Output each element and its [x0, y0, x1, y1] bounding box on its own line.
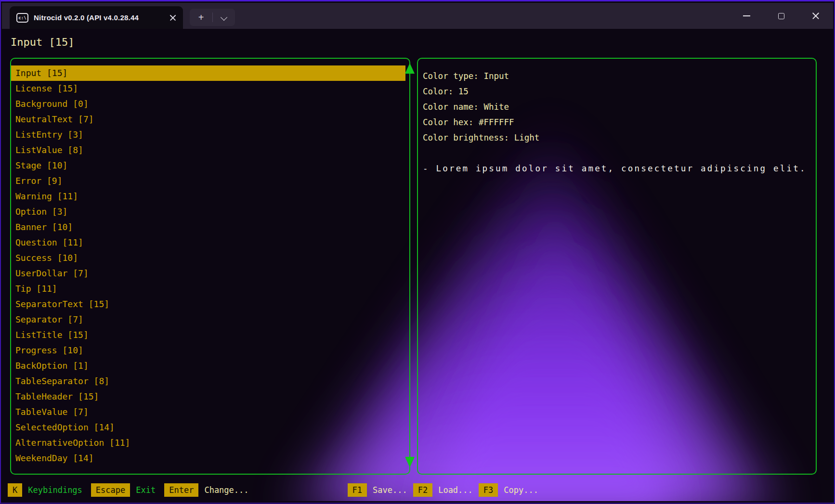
list-item[interactable]: SelectedOption [14] [11, 420, 404, 435]
scroll-up-icon[interactable] [405, 63, 415, 74]
detail-line: Color hex: #FFFFFF [423, 115, 816, 130]
list-item[interactable]: Tip [11] [11, 281, 404, 297]
status-key-badge[interactable]: K [8, 483, 22, 497]
list-item[interactable]: ListEntry [3] [11, 127, 404, 142]
list-item[interactable]: ListValue [8] [11, 142, 404, 158]
status-label: Change... [204, 485, 248, 495]
list-item[interactable]: License [15] [11, 81, 404, 96]
status-key-badge[interactable]: Escape [91, 483, 130, 497]
list-item[interactable]: Banner [10] [11, 220, 404, 235]
status-item: F3Copy... [479, 483, 538, 497]
list-item[interactable]: UserDollar [7] [11, 266, 404, 281]
close-button[interactable] [798, 3, 833, 29]
status-item: KKeybindings [8, 483, 82, 497]
detail-line: Color type: Input [423, 68, 816, 84]
scroll-down-icon[interactable] [405, 457, 415, 467]
terminal-tab[interactable]: c:\ Nitrocid v0.2.0 (API v4.0.28.44 [10, 6, 183, 29]
terminal-content: Input [15] Input [15]License [15]Backgro… [2, 29, 833, 501]
settings-list-panel: Input [15]License [15]Background [0]Neut… [10, 58, 410, 475]
list-item[interactable]: Success [10] [11, 250, 404, 266]
status-bar: KKeybindingsEscapeExitEnterChange...F1Sa… [2, 481, 833, 499]
status-label: Copy... [504, 485, 538, 495]
list-item[interactable]: WeekendDay [14] [11, 451, 404, 466]
status-key-badge[interactable]: F2 [413, 483, 432, 497]
status-label: Save... [373, 485, 407, 495]
maximize-button[interactable] [764, 3, 798, 29]
list-item[interactable]: Progress [10] [11, 343, 404, 358]
list-item[interactable]: Question [11] [11, 235, 404, 250]
minimize-icon [743, 15, 750, 16]
tab-title: Nitrocid v0.2.0 (API v4.0.28.44 [34, 13, 164, 22]
new-tab-button[interactable]: + [190, 9, 212, 26]
list-item[interactable]: NeutralText [7] [11, 112, 404, 127]
app-window: c:\ Nitrocid v0.2.0 (API v4.0.28.44 + [0, 0, 835, 504]
window-controls [729, 3, 833, 29]
status-item: EnterChange... [164, 483, 248, 497]
list-item[interactable]: BackOption [1] [11, 358, 404, 374]
status-item: EscapeExit [91, 483, 156, 497]
detail-line: Color brightness: Light [423, 130, 816, 145]
list-item[interactable]: Separator [7] [11, 312, 404, 327]
minimize-button[interactable] [729, 3, 764, 29]
list-item[interactable]: Error [9] [11, 173, 404, 189]
description-text: - Lorem ipsum dolor sit amet, consectetu… [423, 161, 816, 176]
list-item[interactable]: Warning [11] [11, 189, 404, 204]
maximize-icon [778, 13, 784, 19]
list-item[interactable]: TableValue [7] [11, 404, 404, 420]
status-key-badge[interactable]: Enter [164, 483, 198, 497]
list-item[interactable]: Stage [10] [11, 158, 404, 173]
list-item[interactable]: Option [3] [11, 204, 404, 220]
list-item[interactable]: AlternativeOption [11] [11, 435, 404, 451]
status-label: Load... [438, 485, 473, 495]
status-label: Keybindings [28, 485, 82, 495]
status-key-badge[interactable]: F3 [479, 483, 498, 497]
detail-line: Color: 15 [423, 84, 816, 99]
details-panel: Color type: InputColor: 15Color name: Wh… [417, 58, 817, 475]
list-item[interactable]: Input [15] [11, 65, 405, 81]
status-key-badge[interactable]: F1 [348, 483, 367, 497]
cmd-icon: c:\ [16, 13, 28, 23]
close-icon [812, 12, 820, 20]
new-tab-group: + [190, 9, 235, 26]
page-title: Input [15] [11, 36, 74, 48]
color-details: Color type: InputColor: 15Color name: Wh… [418, 59, 816, 474]
list-item[interactable]: TableHeader [15] [11, 389, 404, 404]
status-item: F1Save... [348, 483, 407, 497]
detail-line: Color name: White [423, 99, 816, 115]
list-item[interactable]: Background [0] [11, 96, 404, 112]
status-label: Exit [136, 485, 156, 495]
list-item[interactable]: TableSeparator [8] [11, 374, 404, 389]
status-item: F2Load... [413, 483, 473, 497]
list-item[interactable]: ListTitle [15] [11, 327, 404, 343]
tab-close-icon[interactable] [170, 14, 176, 21]
settings-list: Input [15]License [15]Background [0]Neut… [11, 59, 409, 474]
list-item[interactable]: SeparatorText [15] [11, 297, 404, 312]
chevron-down-icon[interactable] [213, 9, 235, 26]
titlebar: c:\ Nitrocid v0.2.0 (API v4.0.28.44 + [2, 3, 833, 29]
